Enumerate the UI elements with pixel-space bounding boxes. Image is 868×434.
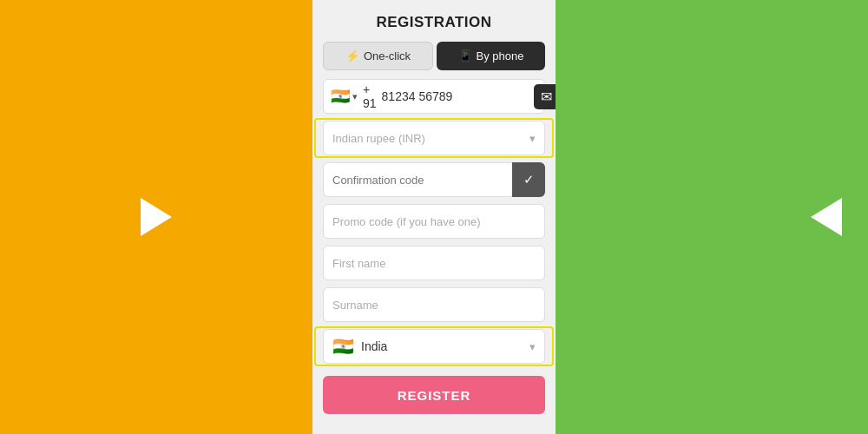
confirmation-row: ✓ <box>323 162 545 197</box>
register-button[interactable]: REGISTER <box>323 376 545 414</box>
flag-emoji: 🇮🇳 <box>331 87 350 106</box>
flag-select[interactable]: 🇮🇳 ▾ <box>331 87 358 106</box>
currency-value: Indian rupee (INR) <box>332 132 425 145</box>
tab-one-click[interactable]: ⚡ One-click <box>323 42 433 70</box>
phone-row: 🇮🇳 ▾ + 91 ✉ <box>323 79 545 114</box>
country-chevron: ▾ <box>529 340 536 353</box>
registration-panel: REGISTRATION ⚡ One-click 📱 By phone 🇮🇳 ▾… <box>312 0 556 434</box>
register-label: REGISTER <box>398 388 471 403</box>
country-code: + 91 <box>363 82 377 110</box>
country-highlight-box: 🇮🇳 India ▾ <box>323 329 545 364</box>
surname-field[interactable]: Surname <box>323 287 545 322</box>
first-name-placeholder: First name <box>332 257 385 270</box>
back-icon <box>811 198 842 236</box>
confirmation-code-input[interactable] <box>323 162 512 197</box>
confirm-button[interactable]: ✓ <box>512 162 545 197</box>
country-row: 🇮🇳 India <box>332 336 387 357</box>
flag-chevron: ▾ <box>352 91 358 102</box>
tab-bar: ⚡ One-click 📱 By phone <box>312 42 556 70</box>
first-name-field[interactable]: First name <box>323 246 545 280</box>
promo-code-field[interactable]: Promo code (if you have one) <box>323 204 545 239</box>
phone-tab-icon: 📱 <box>458 49 472 62</box>
background-left <box>0 0 312 434</box>
currency-chevron: ▾ <box>529 132 536 145</box>
email-button[interactable]: ✉ <box>534 84 556 109</box>
check-icon: ✓ <box>523 172 535 187</box>
lightning-icon: ⚡ <box>345 49 359 62</box>
currency-highlight-box: Indian rupee (INR) ▾ <box>323 121 545 155</box>
currency-dropdown[interactable]: Indian rupee (INR) ▾ <box>323 121 545 155</box>
panel-title: REGISTRATION <box>376 0 491 42</box>
background-right <box>556 0 868 434</box>
country-value: India <box>361 339 387 353</box>
confirmation-wrapper: ✓ <box>323 162 545 197</box>
country-dropdown[interactable]: 🇮🇳 India ▾ <box>323 329 545 364</box>
promo-code-placeholder: Promo code (if you have one) <box>332 215 481 228</box>
tab-by-phone-label: By phone <box>477 49 524 62</box>
tab-one-click-label: One-click <box>364 49 411 62</box>
tab-by-phone[interactable]: 📱 By phone <box>437 42 545 70</box>
surname-placeholder: Surname <box>332 299 378 312</box>
country-flag: 🇮🇳 <box>332 336 354 357</box>
email-icon: ✉ <box>541 89 552 105</box>
play-icon <box>141 198 172 236</box>
phone-input[interactable] <box>382 89 534 103</box>
